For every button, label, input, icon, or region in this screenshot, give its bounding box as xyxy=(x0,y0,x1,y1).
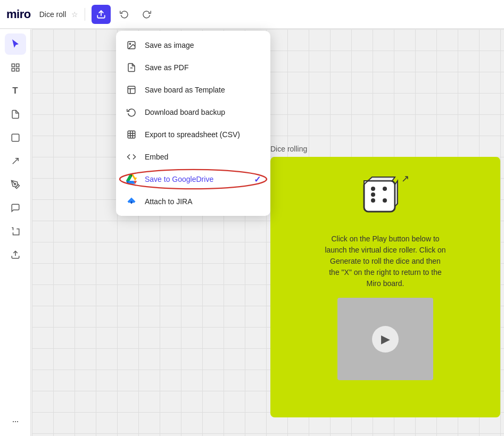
save-pdf-label: Save as PDF xyxy=(145,63,188,72)
save-pdf-icon xyxy=(126,62,137,73)
dice-rolling-label: Dice rolling xyxy=(270,145,307,153)
export-csv-icon xyxy=(126,129,137,140)
svg-point-10 xyxy=(129,43,130,44)
menu-item-download-backup[interactable]: Download board backup xyxy=(116,101,270,123)
dropdown-menu: Save as image Save as PDF Save board as … xyxy=(116,31,270,216)
google-drive-checkmark: ✓ xyxy=(254,174,261,185)
svg-point-7 xyxy=(14,183,15,185)
google-drive-icon xyxy=(126,173,137,185)
sidebar-item-crop[interactable] xyxy=(5,221,26,242)
redo-button[interactable] xyxy=(137,5,155,23)
svg-point-23 xyxy=(383,187,387,191)
jira-label: Attach to JIRA xyxy=(145,197,192,206)
download-backup-icon xyxy=(126,106,137,118)
svg-rect-3 xyxy=(12,69,14,71)
logo: miro xyxy=(6,7,31,21)
sidebar-item-shapes[interactable] xyxy=(5,127,26,148)
sidebar-item-comment[interactable] xyxy=(5,197,26,219)
svg-rect-21 xyxy=(364,181,395,212)
sidebar-item-arrow[interactable] xyxy=(5,150,26,172)
board-name: Dice roll xyxy=(39,10,67,19)
menu-item-save-pdf[interactable]: Save as PDF xyxy=(116,56,270,79)
download-backup-label: Download board backup xyxy=(145,108,225,116)
svg-rect-2 xyxy=(16,64,19,66)
sidebar-item-sticky[interactable] xyxy=(5,104,26,125)
menu-item-export-csv[interactable]: Export to spreadsheet (CSV) xyxy=(116,123,270,146)
export-button[interactable] xyxy=(92,5,111,24)
save-image-label: Save as image xyxy=(145,41,194,49)
svg-rect-1 xyxy=(12,64,14,66)
menu-item-embed[interactable]: Embed xyxy=(116,146,270,168)
sidebar-item-more[interactable]: ··· xyxy=(5,410,26,432)
svg-line-6 xyxy=(12,158,18,164)
svg-rect-4 xyxy=(16,69,19,71)
sidebar-item-upload[interactable] xyxy=(5,244,26,265)
svg-rect-5 xyxy=(12,134,19,141)
topbar-separator xyxy=(85,8,85,21)
star-icon: ☆ xyxy=(71,10,78,19)
save-template-label: Save board as Template xyxy=(145,86,225,94)
svg-rect-15 xyxy=(128,131,135,138)
dice-container: ↗ xyxy=(361,173,409,221)
sidebar-item-select[interactable] xyxy=(5,33,26,55)
menu-item-save-template[interactable]: Save board as Template xyxy=(116,79,270,101)
embed-label: Embed xyxy=(145,153,168,161)
sidebar-item-frames[interactable] xyxy=(5,57,26,78)
embed-icon xyxy=(126,151,137,163)
sidebar: T ··· xyxy=(0,29,31,436)
green-card: ↗ Click on the Play button below to laun… xyxy=(270,157,500,417)
sidebar-item-text[interactable]: T xyxy=(5,80,26,102)
svg-point-26 xyxy=(371,192,375,197)
jira-icon xyxy=(126,196,137,207)
menu-item-save-image[interactable]: Save as image xyxy=(116,34,270,56)
sidebar-item-pen[interactable] xyxy=(5,174,26,195)
dice-arrow-icon: ↗ xyxy=(401,173,409,185)
logo-text: miro xyxy=(6,7,31,21)
play-button[interactable]: ▶ xyxy=(372,326,399,353)
menu-item-google-drive[interactable]: Save to GoogleDrive ✓ xyxy=(116,168,270,190)
save-template-icon xyxy=(126,84,137,96)
video-placeholder[interactable]: ▶ xyxy=(337,298,433,380)
google-drive-label: Save to GoogleDrive xyxy=(145,175,213,183)
undo-button[interactable] xyxy=(115,5,133,23)
svg-point-24 xyxy=(371,198,375,203)
menu-item-jira[interactable]: Attach to JIRA xyxy=(116,190,270,213)
save-image-icon xyxy=(126,39,137,51)
topbar: miro Dice roll ☆ xyxy=(0,0,504,29)
export-csv-label: Export to spreadsheet (CSV) xyxy=(145,130,240,139)
svg-point-25 xyxy=(383,198,387,203)
svg-rect-12 xyxy=(128,86,135,94)
svg-point-22 xyxy=(371,187,375,191)
dice-icon xyxy=(361,173,404,215)
card-description: Click on the Play button below to launch… xyxy=(324,233,447,289)
